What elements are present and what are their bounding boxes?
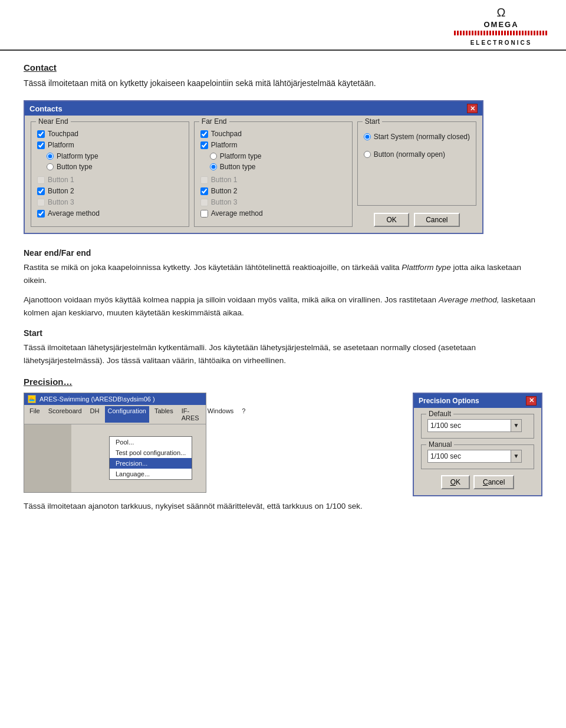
near-far-text1: Rastita se mikä on joka kaapeloinnissa k… bbox=[24, 261, 542, 286]
precision-default-arrow[interactable]: ▼ bbox=[511, 420, 521, 431]
ares-menu-configuration[interactable]: Configuration bbox=[105, 406, 149, 423]
near-button3-checkbox[interactable] bbox=[37, 199, 45, 206]
near-button-type-row: Button type bbox=[47, 163, 183, 171]
precision-bottom-text: Tässä ilmoitetaan ajanoton tarkkuus, nyk… bbox=[24, 500, 395, 513]
contact-intro: Tässä ilmoitetaan mitä on kytketty jokai… bbox=[24, 77, 542, 90]
far-platform-checkbox[interactable] bbox=[200, 141, 208, 149]
precision-ok-button[interactable]: OK bbox=[441, 475, 470, 489]
start-option2-label: Button (normally open) bbox=[374, 150, 445, 159]
far-touchpad-label: Touchpad bbox=[211, 130, 242, 138]
contacts-buttons: OK Cancel bbox=[357, 213, 476, 227]
far-button3-checkbox[interactable] bbox=[200, 199, 208, 206]
far-button2-checkbox[interactable] bbox=[200, 187, 208, 195]
electronics-text: ELECTRONICS bbox=[470, 39, 532, 46]
ares-dropdown-precision[interactable]: Precision... bbox=[110, 458, 192, 469]
contacts-dialog: Contacts ✕ Near End Touchpad Platform Pl… bbox=[24, 100, 483, 234]
precision-default-group: Default 1/100 sec ▼ bbox=[421, 414, 534, 439]
near-platform-type-radio[interactable] bbox=[47, 153, 54, 160]
near-platform-type-row: Platform type bbox=[47, 152, 183, 160]
contacts-cancel-button[interactable]: Cancel bbox=[414, 213, 459, 227]
near-touchpad-checkbox[interactable] bbox=[37, 130, 45, 138]
precision-title: Precision… bbox=[24, 377, 542, 387]
ares-gray-panel bbox=[24, 424, 71, 492]
near-button3-row: Button 3 bbox=[37, 198, 183, 206]
ares-icon: 🏊 bbox=[28, 395, 36, 403]
omega-text: OMEGA bbox=[483, 20, 518, 29]
start-option2-radio[interactable] bbox=[364, 151, 371, 158]
near-far-title: Near end/Far end bbox=[24, 248, 542, 258]
far-button1-row: Button 1 bbox=[200, 176, 346, 184]
ares-menu-windows[interactable]: Windows bbox=[205, 406, 237, 423]
ares-menu-scoreboard[interactable]: Scoreboard bbox=[45, 406, 85, 423]
start-section-text: Tässä ilmoitetaan lähetysjärjestelmän ky… bbox=[24, 341, 542, 367]
near-button-type-radio[interactable] bbox=[47, 163, 54, 170]
contacts-ok-button[interactable]: OK bbox=[374, 213, 409, 227]
ares-title: ARES-Swimming (\ARESDB\sydsim06 ) bbox=[40, 396, 155, 403]
precision-manual-group: Manual 1/100 sec ▼ bbox=[421, 444, 534, 469]
precision-left: 🏊 ARES-Swimming (\ARESDB\sydsim06 ) File… bbox=[24, 393, 395, 520]
ares-content: Pool... Test pool configuration... Preci… bbox=[24, 424, 206, 492]
far-avg-checkbox[interactable] bbox=[200, 210, 208, 218]
logo: Ω OMEGA ELECTRONICS bbox=[454, 6, 548, 47]
ares-menu-file[interactable]: File bbox=[27, 406, 43, 423]
near-button3-label: Button 3 bbox=[48, 198, 74, 206]
logo-bar bbox=[454, 31, 548, 35]
precision-cancel-button[interactable]: Cancel bbox=[473, 475, 514, 489]
near-button2-checkbox[interactable] bbox=[37, 187, 45, 195]
ares-dropdown-language[interactable]: Language... bbox=[110, 469, 192, 479]
precision-section: Precision… 🏊 ARES-Swimming (\ARESDB\syds… bbox=[24, 377, 542, 520]
start-section: Start Tässä ilmoitetaan lähetysjärjestel… bbox=[24, 328, 542, 367]
ares-menu-help[interactable]: ? bbox=[239, 406, 248, 423]
start-options: Start System (normally closed) Button (n… bbox=[364, 127, 470, 161]
ares-menu-tables[interactable]: Tables bbox=[152, 406, 176, 423]
ares-menu-if-ares[interactable]: IF-ARES bbox=[179, 406, 202, 423]
precision-dialog-area: Precision Options ✕ Default 1/100 sec ▼ bbox=[413, 393, 542, 496]
near-avg-row: Average method bbox=[37, 209, 183, 218]
near-avg-checkbox[interactable] bbox=[37, 210, 45, 218]
start-group-title: Start bbox=[363, 117, 382, 126]
near-platform-label: Platform bbox=[48, 141, 74, 149]
main-content: Contact Tässä ilmoitetaan mitä on kytket… bbox=[0, 62, 566, 543]
far-platform-label: Platform bbox=[211, 141, 238, 149]
ares-dropdown-test-pool[interactable]: Test pool configuration... bbox=[110, 447, 192, 458]
contacts-close-button[interactable]: ✕ bbox=[467, 104, 478, 113]
precision-close-button[interactable]: ✕ bbox=[526, 396, 537, 406]
precision-manual-arrow[interactable]: ▼ bbox=[511, 450, 521, 462]
near-button1-row: Button 1 bbox=[37, 176, 183, 184]
near-button2-row: Button 2 bbox=[37, 187, 183, 195]
far-button2-row: Button 2 bbox=[200, 187, 346, 195]
near-avg-label: Average method bbox=[48, 209, 100, 218]
precision-manual-select[interactable]: 1/100 sec ▼ bbox=[427, 450, 522, 463]
near-touchpad-row: Touchpad bbox=[37, 130, 183, 138]
precision-dialog-title: Precision Options bbox=[419, 397, 479, 405]
near-touchpad-label: Touchpad bbox=[48, 130, 78, 138]
far-button-type-radio[interactable] bbox=[210, 163, 217, 170]
far-button-type-label: Button type bbox=[220, 163, 256, 171]
start-group: Start Start System (normally closed) But… bbox=[357, 121, 476, 206]
precision-buttons: OK Cancel bbox=[421, 475, 534, 489]
contacts-title-label: Contacts bbox=[29, 104, 62, 113]
far-button-type-row: Button type bbox=[210, 163, 346, 171]
far-touchpad-row: Touchpad bbox=[200, 130, 346, 138]
contacts-titlebar: Contacts ✕ bbox=[25, 101, 482, 116]
far-button1-label: Button 1 bbox=[211, 176, 238, 184]
far-platform-type-radio[interactable] bbox=[210, 153, 217, 160]
ares-titlebar: 🏊 ARES-Swimming (\ARESDB\sydsim06 ) bbox=[24, 393, 206, 405]
far-button3-label: Button 3 bbox=[211, 198, 238, 206]
near-button2-label: Button 2 bbox=[48, 187, 74, 195]
near-platform-row: Platform bbox=[37, 141, 183, 149]
far-button2-label: Button 2 bbox=[211, 187, 238, 195]
near-end-title: Near End bbox=[36, 117, 71, 126]
far-touchpad-checkbox[interactable] bbox=[200, 130, 208, 138]
ares-window: 🏊 ARES-Swimming (\ARESDB\sydsim06 ) File… bbox=[24, 393, 206, 493]
omega-symbol: Ω bbox=[454, 6, 548, 19]
near-button1-checkbox[interactable] bbox=[37, 176, 45, 184]
ares-menu-dh[interactable]: DH bbox=[87, 406, 103, 423]
ares-dropdown-pool[interactable]: Pool... bbox=[110, 437, 192, 447]
precision-default-select[interactable]: 1/100 sec ▼ bbox=[427, 419, 522, 432]
precision-titlebar: Precision Options ✕ bbox=[414, 394, 541, 408]
start-section-title: Start bbox=[24, 328, 542, 338]
far-button1-checkbox[interactable] bbox=[200, 176, 208, 184]
start-option1-radio[interactable] bbox=[364, 133, 371, 140]
near-platform-checkbox[interactable] bbox=[37, 141, 45, 149]
